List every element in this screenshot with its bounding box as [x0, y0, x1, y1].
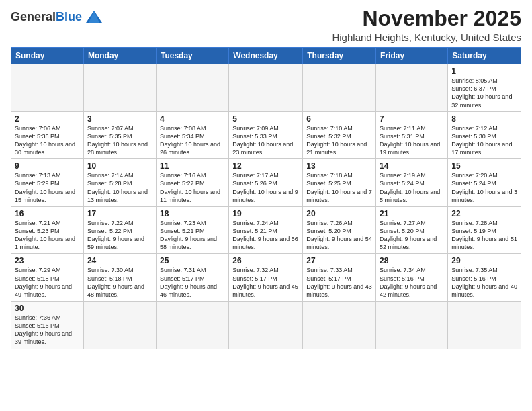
calendar-cell [229, 302, 303, 349]
calendar-cell: 16Sunrise: 7:21 AM Sunset: 5:23 PM Dayli… [11, 206, 84, 254]
calendar-cell [156, 64, 228, 112]
day-number: 13 [306, 161, 372, 171]
calendar-cell: 21Sunrise: 7:27 AM Sunset: 5:20 PM Dayli… [376, 206, 448, 254]
logo-general-text: General [11, 11, 56, 23]
day-number: 17 [87, 209, 152, 218]
calendar-cell: 29Sunrise: 7:35 AM Sunset: 5:16 PM Dayli… [448, 254, 521, 302]
day-number: 22 [451, 209, 517, 218]
logo-area: General Blue [11, 7, 103, 24]
col-wednesday: Wednesday [229, 48, 303, 64]
month-year-title: November 2025 [332, 7, 521, 30]
calendar-cell: 20Sunrise: 7:26 AM Sunset: 5:20 PM Dayli… [303, 206, 376, 254]
calendar-cell: 8Sunrise: 7:12 AM Sunset: 5:30 PM Daylig… [448, 111, 521, 159]
calendar-header-row: Sunday Monday Tuesday Wednesday Thursday… [11, 48, 521, 64]
calendar-cell: 12Sunrise: 7:17 AM Sunset: 5:26 PM Dayli… [229, 159, 303, 207]
calendar-cell: 28Sunrise: 7:34 AM Sunset: 5:16 PM Dayli… [376, 254, 448, 302]
day-number: 30 [15, 304, 80, 313]
logo: General Blue [11, 9, 103, 24]
calendar-cell [376, 64, 448, 112]
day-number: 23 [15, 256, 80, 265]
day-number: 4 [160, 114, 225, 124]
calendar-cell: 7Sunrise: 7:11 AM Sunset: 5:31 PM Daylig… [376, 111, 448, 159]
day-info: Sunrise: 7:24 AM Sunset: 5:21 PM Dayligh… [232, 219, 299, 252]
calendar-cell: 23Sunrise: 7:29 AM Sunset: 5:18 PM Dayli… [11, 254, 84, 302]
day-number: 8 [451, 114, 517, 124]
day-number: 19 [232, 209, 299, 218]
day-number: 15 [451, 161, 517, 171]
day-info: Sunrise: 7:32 AM Sunset: 5:17 PM Dayligh… [232, 266, 299, 299]
calendar-cell [229, 64, 303, 112]
day-number: 3 [87, 114, 152, 124]
logo-icon [85, 9, 103, 24]
day-info: Sunrise: 7:14 AM Sunset: 5:28 PM Dayligh… [87, 171, 152, 204]
calendar-cell: 15Sunrise: 7:20 AM Sunset: 5:24 PM Dayli… [448, 159, 521, 207]
day-number: 26 [232, 256, 299, 265]
calendar-cell: 30Sunrise: 7:36 AM Sunset: 5:16 PM Dayli… [11, 302, 84, 349]
day-info: Sunrise: 7:29 AM Sunset: 5:18 PM Dayligh… [15, 266, 80, 299]
day-number: 2 [15, 114, 80, 124]
calendar-cell: 22Sunrise: 7:28 AM Sunset: 5:19 PM Dayli… [448, 206, 521, 254]
day-info: Sunrise: 7:06 AM Sunset: 5:36 PM Dayligh… [15, 124, 80, 157]
day-info: Sunrise: 7:16 AM Sunset: 5:27 PM Dayligh… [160, 171, 225, 204]
day-info: Sunrise: 7:26 AM Sunset: 5:20 PM Dayligh… [306, 219, 372, 252]
calendar-cell: 6Sunrise: 7:10 AM Sunset: 5:32 PM Daylig… [303, 111, 376, 159]
calendar-week-row: 16Sunrise: 7:21 AM Sunset: 5:23 PM Dayli… [11, 206, 521, 254]
day-number: 14 [380, 161, 444, 171]
calendar-cell [303, 64, 376, 112]
day-number: 7 [380, 114, 444, 124]
calendar-cell: 14Sunrise: 7:19 AM Sunset: 5:24 PM Dayli… [376, 159, 448, 207]
calendar-cell: 24Sunrise: 7:30 AM Sunset: 5:18 PM Dayli… [83, 254, 156, 302]
day-info: Sunrise: 7:20 AM Sunset: 5:24 PM Dayligh… [451, 171, 517, 204]
day-info: Sunrise: 7:34 AM Sunset: 5:16 PM Dayligh… [380, 266, 444, 299]
day-info: Sunrise: 7:10 AM Sunset: 5:32 PM Dayligh… [306, 124, 372, 157]
location-subtitle: Highland Heights, Kentucky, United State… [332, 32, 521, 43]
day-info: Sunrise: 7:08 AM Sunset: 5:34 PM Dayligh… [160, 124, 225, 157]
page: General Blue November 2025 Highland Heig… [0, 0, 532, 411]
day-info: Sunrise: 7:17 AM Sunset: 5:26 PM Dayligh… [232, 171, 299, 204]
day-number: 20 [306, 209, 372, 218]
calendar-cell: 4Sunrise: 7:08 AM Sunset: 5:34 PM Daylig… [156, 111, 228, 159]
day-info: Sunrise: 7:12 AM Sunset: 5:30 PM Dayligh… [451, 124, 517, 157]
day-info: Sunrise: 7:30 AM Sunset: 5:18 PM Dayligh… [87, 266, 152, 299]
calendar-week-row: 23Sunrise: 7:29 AM Sunset: 5:18 PM Dayli… [11, 254, 521, 302]
calendar-cell [376, 302, 448, 349]
day-info: Sunrise: 7:36 AM Sunset: 5:16 PM Dayligh… [15, 314, 80, 347]
day-info: Sunrise: 7:07 AM Sunset: 5:35 PM Dayligh… [87, 124, 152, 157]
calendar-cell: 25Sunrise: 7:31 AM Sunset: 5:17 PM Dayli… [156, 254, 228, 302]
calendar-cell [83, 64, 156, 112]
day-number: 25 [160, 256, 225, 265]
day-info: Sunrise: 7:27 AM Sunset: 5:20 PM Dayligh… [380, 219, 444, 252]
calendar-week-row: 9Sunrise: 7:13 AM Sunset: 5:29 PM Daylig… [11, 159, 521, 207]
day-number: 24 [87, 256, 152, 265]
day-info: Sunrise: 7:18 AM Sunset: 5:25 PM Dayligh… [306, 171, 372, 204]
day-number: 1 [451, 66, 517, 76]
title-area: November 2025 Highland Heights, Kentucky… [332, 7, 521, 43]
calendar-cell: 13Sunrise: 7:18 AM Sunset: 5:25 PM Dayli… [303, 159, 376, 207]
day-info: Sunrise: 7:21 AM Sunset: 5:23 PM Dayligh… [15, 219, 80, 252]
calendar-table: Sunday Monday Tuesday Wednesday Thursday… [11, 47, 521, 349]
calendar-cell: 11Sunrise: 7:16 AM Sunset: 5:27 PM Dayli… [156, 159, 228, 207]
day-number: 16 [15, 209, 80, 218]
day-info: Sunrise: 7:11 AM Sunset: 5:31 PM Dayligh… [380, 124, 444, 157]
day-number: 5 [232, 114, 299, 124]
day-info: Sunrise: 7:13 AM Sunset: 5:29 PM Dayligh… [15, 171, 80, 204]
day-number: 9 [15, 161, 80, 171]
day-info: Sunrise: 8:05 AM Sunset: 6:37 PM Dayligh… [451, 77, 517, 109]
calendar-cell: 18Sunrise: 7:23 AM Sunset: 5:21 PM Dayli… [156, 206, 228, 254]
calendar-cell [11, 64, 84, 112]
day-number: 10 [87, 161, 152, 171]
calendar-cell: 2Sunrise: 7:06 AM Sunset: 5:36 PM Daylig… [11, 111, 84, 159]
calendar-cell [83, 302, 156, 349]
day-info: Sunrise: 7:35 AM Sunset: 5:16 PM Dayligh… [451, 266, 517, 299]
calendar-week-row: 1Sunrise: 8:05 AM Sunset: 6:37 PM Daylig… [11, 64, 521, 112]
day-number: 11 [160, 161, 225, 171]
col-thursday: Thursday [303, 48, 376, 64]
day-info: Sunrise: 7:33 AM Sunset: 5:17 PM Dayligh… [306, 266, 372, 299]
calendar-cell: 9Sunrise: 7:13 AM Sunset: 5:29 PM Daylig… [11, 159, 84, 207]
col-sunday: Sunday [11, 48, 84, 64]
day-info: Sunrise: 7:23 AM Sunset: 5:21 PM Dayligh… [160, 219, 225, 252]
calendar-cell [448, 302, 521, 349]
col-friday: Friday [376, 48, 448, 64]
col-tuesday: Tuesday [156, 48, 228, 64]
day-info: Sunrise: 7:28 AM Sunset: 5:19 PM Dayligh… [451, 219, 517, 252]
